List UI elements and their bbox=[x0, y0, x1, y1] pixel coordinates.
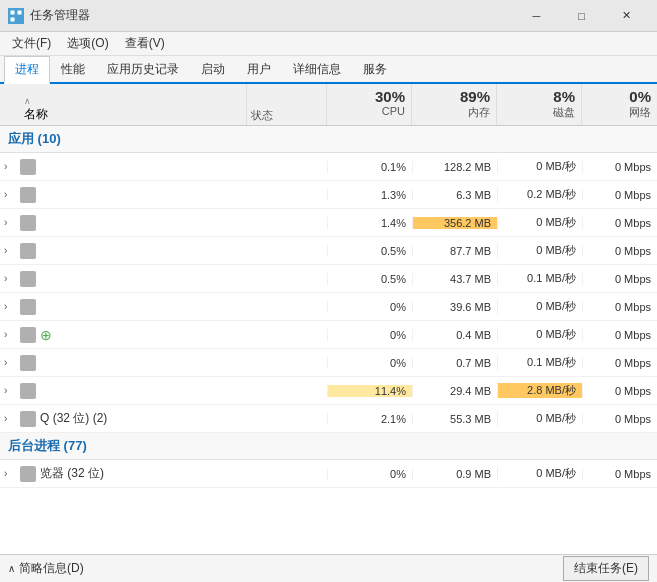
tab-performance[interactable]: 性能 bbox=[50, 56, 96, 82]
disk-percent: 8% bbox=[553, 88, 575, 105]
main-content: ∧ 名称 状态 30% CPU 89% 内存 8% 磁盘 0% 网络 应用 (1… bbox=[0, 84, 657, 554]
table-row[interactable]: ›0.1%128.2 MB0 MB/秒0 Mbps bbox=[0, 153, 657, 181]
expand-arrow-icon[interactable]: › bbox=[4, 357, 20, 368]
cpu-percent: 30% bbox=[375, 88, 405, 105]
end-task-button[interactable]: 结束任务(E) bbox=[563, 556, 649, 581]
maximize-button[interactable]: □ bbox=[559, 0, 604, 32]
app-icon bbox=[20, 187, 36, 203]
cell-process-name: › bbox=[0, 215, 247, 231]
cell-process-name: › bbox=[0, 159, 247, 175]
expand-arrow-icon[interactable]: › bbox=[4, 189, 20, 200]
cell-memory: 6.3 MB bbox=[412, 189, 497, 201]
expand-arrow-icon[interactable]: › bbox=[4, 301, 20, 312]
cell-memory: 0.7 MB bbox=[412, 357, 497, 369]
menu-view[interactable]: 查看(V) bbox=[117, 33, 173, 54]
group-header-0[interactable]: 应用 (10) bbox=[0, 126, 657, 153]
cell-network: 0 Mbps bbox=[582, 273, 657, 285]
cell-disk: 2.8 MB/秒 bbox=[497, 383, 582, 398]
cell-process-name: ›⊕ bbox=[0, 327, 247, 343]
cell-memory: 0.4 MB bbox=[412, 329, 497, 341]
app-icon bbox=[20, 355, 36, 371]
cell-network: 0 Mbps bbox=[582, 385, 657, 397]
tab-startup[interactable]: 启动 bbox=[190, 56, 236, 82]
table-row[interactable]: ›0%39.6 MB0 MB/秒0 Mbps bbox=[0, 293, 657, 321]
cell-cpu: 0% bbox=[327, 329, 412, 341]
column-cpu[interactable]: 30% CPU bbox=[327, 84, 412, 125]
table-row[interactable]: ›Q (32 位) (2)2.1%55.3 MB0 MB/秒0 Mbps bbox=[0, 405, 657, 433]
cell-network: 0 Mbps bbox=[582, 468, 657, 480]
cell-process-name: › bbox=[0, 271, 247, 287]
expand-arrow-icon[interactable]: › bbox=[4, 273, 20, 284]
tab-services[interactable]: 服务 bbox=[352, 56, 398, 82]
column-memory[interactable]: 89% 内存 bbox=[412, 84, 497, 125]
net-label: 网络 bbox=[629, 105, 651, 120]
column-disk[interactable]: 8% 磁盘 bbox=[497, 84, 582, 125]
app-icon bbox=[20, 271, 36, 287]
expand-arrow-icon[interactable]: › bbox=[4, 468, 20, 479]
cell-process-name: › bbox=[0, 383, 247, 399]
process-name-text: Q (32 位) (2) bbox=[40, 410, 107, 427]
menu-file[interactable]: 文件(F) bbox=[4, 33, 59, 54]
tab-details[interactable]: 详细信息 bbox=[282, 56, 352, 82]
minimize-button[interactable]: ─ bbox=[514, 0, 559, 32]
chevron-down-icon: ∧ bbox=[8, 563, 15, 574]
app-icon bbox=[8, 8, 24, 24]
table-row[interactable]: ›0.5%43.7 MB0.1 MB/秒0 Mbps bbox=[0, 265, 657, 293]
cell-cpu: 0.1% bbox=[327, 161, 412, 173]
pin-icon: ⊕ bbox=[40, 327, 52, 343]
table-row[interactable]: ›1.3%6.3 MB0.2 MB/秒0 Mbps bbox=[0, 181, 657, 209]
summary-toggle[interactable]: ∧ 简略信息(D) bbox=[8, 560, 84, 577]
menu-options[interactable]: 选项(O) bbox=[59, 33, 116, 54]
expand-arrow-icon[interactable]: › bbox=[4, 329, 20, 340]
cell-disk: 0.1 MB/秒 bbox=[497, 355, 582, 370]
process-name-text: 览器 (32 位) bbox=[40, 465, 104, 482]
summary-label: 简略信息(D) bbox=[19, 560, 84, 577]
cell-process-name: › bbox=[0, 243, 247, 259]
cell-process-name: › bbox=[0, 187, 247, 203]
title-bar: 任务管理器 ─ □ ✕ bbox=[0, 0, 657, 32]
cell-disk: 0.1 MB/秒 bbox=[497, 271, 582, 286]
app-icon bbox=[20, 299, 36, 315]
group-header-1[interactable]: 后台进程 (77) bbox=[0, 433, 657, 460]
table-row[interactable]: ›0.5%87.7 MB0 MB/秒0 Mbps bbox=[0, 237, 657, 265]
cell-cpu: 11.4% bbox=[327, 385, 412, 397]
cell-network: 0 Mbps bbox=[582, 329, 657, 341]
cell-disk: 0 MB/秒 bbox=[497, 466, 582, 481]
close-button[interactable]: ✕ bbox=[604, 0, 649, 32]
table-row[interactable]: ›⊕0%0.4 MB0 MB/秒0 Mbps bbox=[0, 321, 657, 349]
cell-disk: 0 MB/秒 bbox=[497, 159, 582, 174]
cell-cpu: 0.5% bbox=[327, 273, 412, 285]
cell-cpu: 1.4% bbox=[327, 217, 412, 229]
table-body: 应用 (10)›0.1%128.2 MB0 MB/秒0 Mbps›1.3%6.3… bbox=[0, 126, 657, 554]
expand-arrow-icon[interactable]: › bbox=[4, 385, 20, 396]
cpu-label: CPU bbox=[382, 105, 405, 117]
table-row[interactable]: ›览器 (32 位)0%0.9 MB0 MB/秒0 Mbps bbox=[0, 460, 657, 488]
tab-app-history[interactable]: 应用历史记录 bbox=[96, 56, 190, 82]
col-status-label: 状态 bbox=[251, 108, 273, 123]
column-status[interactable]: 状态 bbox=[247, 84, 327, 125]
expand-arrow-icon[interactable]: › bbox=[4, 161, 20, 172]
column-name[interactable]: ∧ 名称 bbox=[0, 84, 247, 125]
cell-memory: 0.9 MB bbox=[412, 468, 497, 480]
tab-process[interactable]: 进程 bbox=[4, 56, 50, 84]
table-row[interactable]: ›0%0.7 MB0.1 MB/秒0 Mbps bbox=[0, 349, 657, 377]
svg-rect-2 bbox=[10, 17, 15, 22]
cell-network: 0 Mbps bbox=[582, 217, 657, 229]
net-percent: 0% bbox=[629, 88, 651, 105]
cell-cpu: 2.1% bbox=[327, 413, 412, 425]
window-controls: ─ □ ✕ bbox=[514, 0, 649, 32]
app-icon bbox=[20, 411, 36, 427]
expand-arrow-icon[interactable]: › bbox=[4, 413, 20, 424]
sort-arrow: ∧ bbox=[24, 96, 242, 106]
app-icon bbox=[20, 159, 36, 175]
table-row[interactable]: ›11.4%29.4 MB2.8 MB/秒0 Mbps bbox=[0, 377, 657, 405]
expand-arrow-icon[interactable]: › bbox=[4, 217, 20, 228]
cell-network: 0 Mbps bbox=[582, 357, 657, 369]
table-row[interactable]: ›1.4%356.2 MB0 MB/秒0 Mbps bbox=[0, 209, 657, 237]
tab-bar: 进程 性能 应用历史记录 启动 用户 详细信息 服务 bbox=[0, 56, 657, 84]
cell-disk: 0 MB/秒 bbox=[497, 411, 582, 426]
column-network[interactable]: 0% 网络 bbox=[582, 84, 657, 125]
cell-network: 0 Mbps bbox=[582, 189, 657, 201]
tab-users[interactable]: 用户 bbox=[236, 56, 282, 82]
expand-arrow-icon[interactable]: › bbox=[4, 245, 20, 256]
